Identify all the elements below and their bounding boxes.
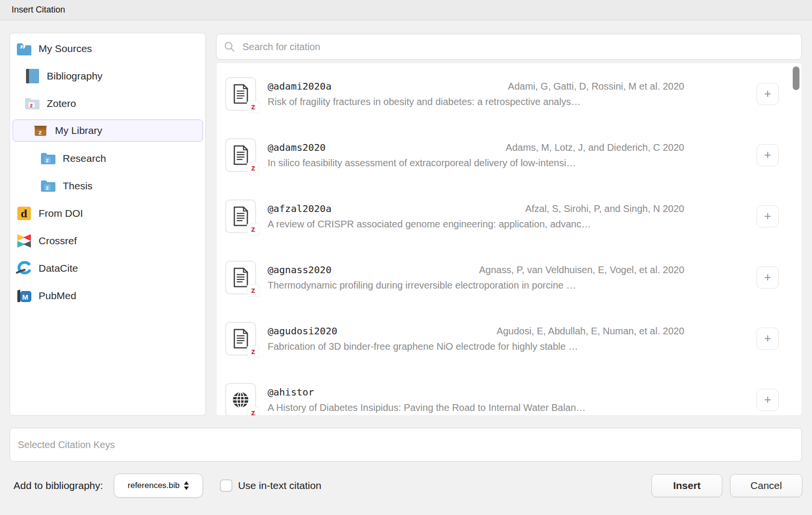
search-input[interactable] — [242, 41, 794, 53]
sidebar-item-label: Bibliography — [47, 70, 103, 82]
citation-authors: Adami, G, Gatti, D, Rossini, M et al. 20… — [508, 81, 684, 92]
pubmed-icon: M — [16, 288, 32, 304]
citation-row[interactable]: z @agnass2020 Agnass, P, van Veldhuisen,… — [217, 247, 801, 308]
sidebar-item-label: My Library — [55, 125, 102, 136]
add-citation-button[interactable]: + — [757, 389, 779, 411]
dialog-footer: Add to bibliography: references.bib Use … — [10, 473, 802, 498]
sidebar-item-zotero[interactable]: z Zotero — [10, 90, 205, 117]
sources-sidebar: ” My Sources Bibliography z Zotero — [10, 33, 206, 416]
dialog-title: Insert Citation — [12, 5, 65, 15]
citation-text: @ahistor A History of Diabetes Insipidus… — [268, 386, 684, 413]
zotero-folder-icon: z — [24, 96, 41, 111]
citation-row[interactable]: z @afzal2020a Afzal, S, Sirohi, P, and S… — [217, 185, 801, 247]
globe-icon — [231, 390, 250, 409]
sources-folder-icon: ” — [16, 41, 32, 56]
use-in-text-checkbox[interactable] — [220, 479, 232, 492]
sidebar-item-label: PubMed — [39, 290, 76, 302]
svg-text:z: z — [30, 102, 33, 108]
bibliography-file-select[interactable]: references.bib — [114, 474, 203, 498]
folder-z-icon: z — [40, 151, 56, 166]
use-in-text-label: Use in-text citation — [238, 480, 322, 491]
citation-key: @ahistor — [268, 386, 314, 398]
citation-text: @agnass2020 Agnass, P, van Veldhuisen, E… — [268, 264, 684, 291]
citation-text: @adami2020a Adami, G, Gatti, D, Rossini,… — [268, 80, 684, 107]
search-box — [216, 34, 802, 60]
document-icon — [232, 145, 249, 166]
sidebar-item-label: Crossref — [39, 235, 77, 247]
sidebar-item-thesis[interactable]: z Thesis — [10, 172, 205, 199]
zotero-badge-icon: z — [247, 407, 259, 416]
sidebar-item-my-sources[interactable]: ” My Sources — [10, 35, 205, 62]
zotero-badge-icon: z — [247, 101, 259, 113]
citation-authors: Agudosi, E, Abdullah, E, Numan, et al. 2… — [497, 326, 684, 337]
citation-title: A review of CRISPR associated genome eng… — [268, 219, 684, 230]
document-icon-box: z — [225, 261, 256, 294]
book-icon — [24, 68, 41, 84]
add-citation-button[interactable]: + — [757, 83, 779, 105]
document-icon-box: z — [225, 322, 256, 356]
sidebar-item-label: Research — [63, 153, 106, 164]
svg-text:M: M — [22, 293, 28, 301]
citation-key: @adami2020a — [268, 80, 331, 92]
search-icon — [224, 41, 235, 52]
sidebar-item-research[interactable]: z Research — [10, 145, 205, 172]
citation-authors: Afzal, S, Sirohi, P, and Singh, N 2020 — [525, 203, 684, 214]
dialog-titlebar: Insert Citation — [0, 0, 812, 20]
sidebar-item-pubmed[interactable]: M PubMed — [10, 282, 205, 309]
document-icon — [232, 267, 249, 288]
selected-citation-keys-input[interactable] — [10, 428, 802, 462]
citation-row[interactable]: z @adami2020a Adami, G, Gatti, D, Rossin… — [217, 63, 801, 124]
zotero-badge-icon: z — [247, 162, 259, 174]
citation-text: @adams2020 Adams, M, Lotz, J, and Dieder… — [268, 142, 684, 169]
citation-row[interactable]: z @adams2020 Adams, M, Lotz, J, and Died… — [217, 124, 801, 185]
document-icon — [232, 83, 249, 105]
citation-key: @afzal2020a — [268, 203, 331, 214]
citation-title: A History of Diabetes Insipidus: Paving … — [268, 402, 684, 413]
sidebar-item-datacite[interactable]: DataCite — [10, 254, 205, 282]
svg-text:”: ” — [19, 43, 26, 55]
doi-icon: d — [16, 206, 32, 221]
citation-authors: Adams, M, Lotz, J, and Diederich, C 2020 — [506, 142, 684, 153]
sidebar-item-crossref[interactable]: Crossref — [10, 227, 205, 254]
citation-title: Fabrication of 3D binder-free graphene N… — [268, 341, 684, 352]
crossref-icon — [16, 233, 32, 249]
cancel-button[interactable]: Cancel — [730, 474, 802, 497]
citation-panel: z @adami2020a Adami, G, Gatti, D, Rossin… — [216, 34, 802, 416]
folder-z-icon: z — [40, 178, 56, 194]
citation-authors: Agnass, P, van Veldhuisen, E, Vogel, et … — [479, 264, 685, 276]
add-citation-button[interactable]: + — [757, 328, 779, 350]
sidebar-item-label: DataCite — [39, 263, 78, 274]
sidebar-item-label: Zotero — [47, 98, 76, 109]
svg-text:d: d — [21, 207, 27, 220]
datacite-icon — [16, 261, 32, 276]
citation-title: In silico feasibility assessment of extr… — [268, 158, 684, 169]
sidebar-item-bibliography[interactable]: Bibliography — [10, 62, 205, 90]
sidebar-item-label: My Sources — [39, 43, 92, 54]
citation-row[interactable]: z @ahistor A History of Diabetes Insipid… — [217, 369, 801, 416]
sidebar-item-label: From DOI — [39, 208, 83, 219]
citation-key: @agnass2020 — [268, 264, 331, 276]
scrollbar-thumb[interactable] — [793, 66, 799, 90]
document-icon-box: z — [225, 199, 256, 233]
zotero-badge-icon: z — [247, 223, 259, 236]
webpage-icon-box: z — [225, 383, 256, 416]
citation-title: Thermodynamic profiling during irreversi… — [268, 280, 684, 291]
bibliography-file-value: references.bib — [128, 481, 180, 490]
sidebar-item-from-doi[interactable]: d From DOI — [10, 199, 205, 227]
citation-row[interactable]: z @agudosi2020 Agudosi, E, Abdullah, E, … — [217, 308, 801, 369]
insert-button[interactable]: Insert — [651, 474, 722, 497]
add-to-bibliography-label: Add to bibliography: — [14, 480, 103, 491]
document-icon-box: z — [225, 138, 256, 172]
svg-text:z: z — [46, 157, 49, 163]
document-icon — [232, 328, 249, 349]
zotero-badge-icon: z — [247, 284, 259, 297]
citation-key: @adams2020 — [268, 142, 325, 153]
sidebar-item-my-library[interactable]: z My Library — [13, 119, 203, 142]
citation-title: Risk of fragility fractures in obesity a… — [268, 96, 684, 107]
add-citation-button[interactable]: + — [757, 144, 779, 166]
citation-list: z @adami2020a Adami, G, Gatti, D, Rossin… — [216, 63, 802, 416]
citation-text: @agudosi2020 Agudosi, E, Abdullah, E, Nu… — [268, 325, 684, 352]
add-citation-button[interactable]: + — [757, 266, 779, 289]
citation-key: @agudosi2020 — [268, 325, 338, 337]
add-citation-button[interactable]: + — [757, 205, 779, 227]
